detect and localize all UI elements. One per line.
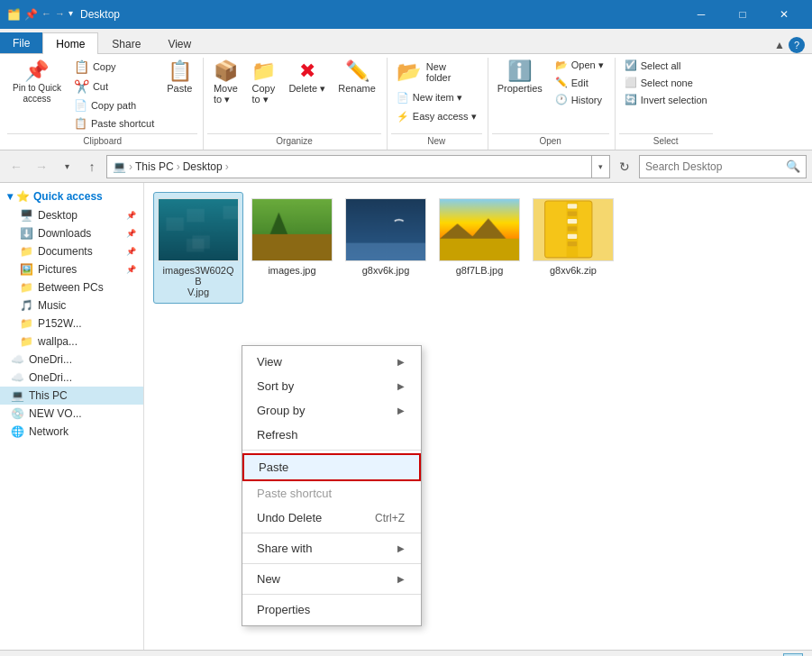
sidebar-item-new-volume[interactable]: 💿 NEW VO... [0,405,143,423]
file-thumbnail-images [251,198,333,261]
properties-button[interactable]: ℹ️ Properties [492,58,548,97]
ctx-view[interactable]: View ▶ [242,350,421,374]
file-item-g8xv6k[interactable]: g8xv6k.jpg [341,192,431,304]
sidebar-item-pictures[interactable]: 🖼️ Pictures 📌 [0,260,143,278]
pin-indicator-3: 📌 [126,247,136,256]
close-button[interactable]: ✕ [763,0,805,29]
new-item-button[interactable]: 📄 New item ▾ [391,90,468,105]
forward-button[interactable]: → [31,156,52,178]
sidebar-item-p152w[interactable]: 📁 P152W... [0,314,143,333]
sidebar-item-this-pc[interactable]: 💻 This PC [0,387,143,405]
ctx-sort-by[interactable]: Sort by ▶ [242,374,421,398]
history-button[interactable]: 🕐 History [550,92,609,107]
path-pc-icon: 💻 [113,160,126,173]
svg-rect-3 [568,212,577,216]
redo-btn[interactable]: → [55,8,65,21]
ctx-undo-delete[interactable]: Undo Delete Ctrl+Z [242,506,421,530]
file-item-images[interactable]: images.jpg [247,192,337,304]
tab-file[interactable]: File [0,32,42,53]
search-box[interactable]: 🔍 [639,155,807,178]
move-to-button[interactable]: 📦 Moveto ▾ [207,58,243,109]
new-label: New [391,133,482,150]
tile-view-button[interactable]: ⊞ [760,653,780,657]
downloads-icon: ⬇️ [20,227,33,240]
file-item-g8f7lb[interactable]: g8f7LB.jpg [434,192,525,304]
ctx-share-with[interactable]: Share with ▶ [242,536,421,560]
file-label-g8f7lb: g8f7LB.jpg [456,265,504,276]
tab-home[interactable]: Home [42,32,98,54]
up-button[interactable]: ↑ [81,156,103,178]
file-thumbnail-g8f7lb [439,198,520,261]
edit-button[interactable]: ✏️ Edit [550,75,609,90]
path-desktop[interactable]: Desktop [183,160,223,173]
open-label: Open [492,133,609,150]
path-this-pc[interactable]: This PC [135,160,174,173]
cut-button[interactable]: ✂️ Cut [68,77,160,96]
file-label-g8xv6k: g8xv6k.jpg [362,265,410,276]
file-area[interactable]: images3W602QBV.jpg images.jpg g8xv6k.jpg [144,183,812,650]
search-icon[interactable]: 🔍 [786,159,800,173]
title-bar-icons: 🗂️ 📌 ← → ▾ [7,8,73,21]
minimize-button[interactable]: ─ [680,0,722,29]
sidebar-item-onedrive-2[interactable]: ☁️ OneDri... [0,369,143,387]
undo-btn[interactable]: ← [41,8,51,21]
new-folder-button[interactable]: 📂 Newfolder [391,58,457,87]
rename-button[interactable]: ✏️ Rename [333,58,381,97]
ctx-paste[interactable]: Paste [242,453,421,481]
view-arrow: ▶ [397,357,405,367]
maximize-button[interactable]: □ [722,0,763,29]
address-dropdown-button[interactable]: ▾ [592,155,610,178]
refresh-button[interactable]: ↻ [614,156,635,178]
sidebar-item-wallpa[interactable]: 📁 wallpa... [0,333,143,351]
down-arrow-btn[interactable]: ▾ [68,8,73,21]
sidebar-item-music[interactable]: 🎵 Music [0,296,143,314]
quick-access-icon[interactable]: 📌 [24,8,38,21]
ctx-paste-shortcut[interactable]: Paste shortcut [242,481,421,506]
recent-locations-button[interactable]: ▾ [56,156,78,178]
sidebar-item-desktop[interactable]: 🖥️ Desktop 📌 [0,206,143,224]
file-item-images3w602qbv[interactable]: images3W602QBV.jpg [153,192,243,304]
disc-icon: 💿 [11,407,24,420]
search-input[interactable] [645,160,782,173]
sidebar-item-downloads[interactable]: ⬇️ Downloads 📌 [0,224,143,242]
file-item-g8xv6k-zip[interactable]: g8xv6k.zip [528,192,618,304]
properties-icon: ℹ️ [507,61,532,81]
tab-view[interactable]: View [154,32,205,54]
invert-selection-button[interactable]: 🔄 Invert selection [619,92,713,107]
back-button[interactable]: ← [5,156,27,178]
ctx-refresh[interactable]: Refresh [242,423,421,447]
ribbon: 📌 Pin to Quickaccess 📋 Copy ✂️ Cut 📄 Cop… [0,54,812,150]
pin-indicator-4: 📌 [126,265,136,274]
sidebar-item-onedrive-1[interactable]: ☁️ OneDri... [0,351,143,369]
select-all-button[interactable]: ☑️ Select all [619,58,687,73]
ctx-group-by[interactable]: Group by ▶ [242,398,421,423]
file-label-images3w602qbv: images3W602QBV.jpg [160,265,237,297]
help-icon[interactable]: ? [789,37,805,53]
paste-button[interactable]: 📋 Paste [161,58,197,97]
easy-access-button[interactable]: ⚡ Easy access ▾ [391,109,482,124]
pin-icon: 📌 [24,61,49,81]
delete-button[interactable]: ✖ Delete ▾ [283,58,331,98]
tab-share[interactable]: Share [98,32,154,54]
select-none-button[interactable]: ⬜ Select none [619,75,698,90]
list-view-button[interactable]: ☰ [783,653,803,657]
ribbon-tabs: File Home Share View ▲ ? [0,29,812,54]
copy-path-button[interactable]: 📄 Copy path [68,97,160,114]
main-area: ▾ ⭐ Quick access 🖥️ Desktop 📌 ⬇️ Downloa… [0,183,812,650]
paste-shortcut-button[interactable]: 📋 Paste shortcut [68,115,160,132]
ctx-properties[interactable]: Properties [242,597,421,622]
sidebar-item-quick-access[interactable]: ▾ ⭐ Quick access [0,187,143,206]
pin-to-quick-access-button[interactable]: 📌 Pin to Quickaccess [7,58,67,108]
file-thumbnail-g8xv6k [345,198,426,261]
copy-to-button[interactable]: 📁 Copyto ▾ [245,58,281,109]
address-path[interactable]: 💻 › This PC › Desktop › [106,155,592,178]
open-button[interactable]: 📂 Open ▾ [550,58,609,73]
sort-by-arrow: ▶ [397,381,405,391]
ribbon-toggle-icon[interactable]: ▲ [774,39,785,51]
copy-button[interactable]: 📋 Copy [68,58,160,76]
ctx-new[interactable]: New ▶ [242,567,421,591]
sidebar-item-documents[interactable]: 📁 Documents 📌 [0,242,143,260]
sidebar-item-between-pcs[interactable]: 📁 Between PCs [0,278,143,296]
sidebar-item-network[interactable]: 🌐 Network [0,423,143,441]
delete-icon: ✖ [299,61,315,81]
